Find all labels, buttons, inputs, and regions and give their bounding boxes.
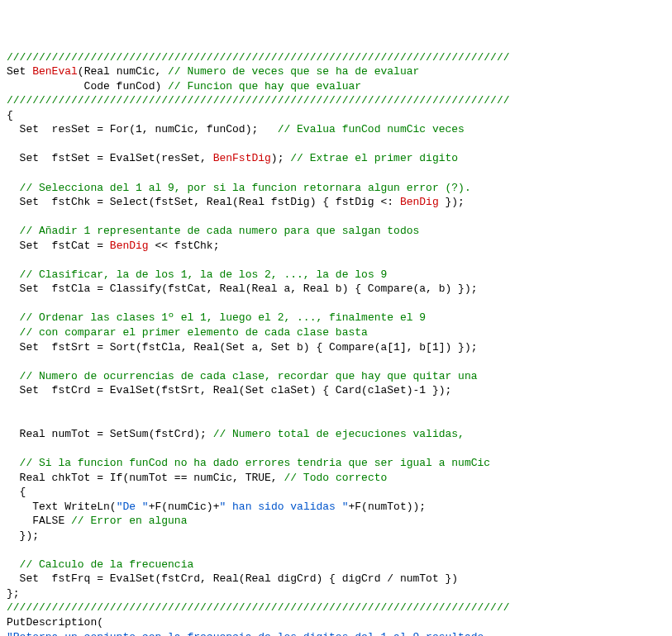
code-segment: "De " (117, 501, 149, 513)
code-segment: (Real numCic, (78, 65, 168, 78)
code-segment: Real chkTot = If(numTot == numCic, TRUE, (7, 472, 284, 484)
code-segment: { (7, 486, 26, 498)
code-segment: Set fstSet = EvalSet(resSet, (7, 152, 213, 164)
code-segment (7, 311, 20, 324)
code-line: { (7, 108, 665, 123)
code-segment: Real numTot = SetSum(fstCrd); (7, 428, 213, 440)
code-line (7, 441, 665, 456)
code-segment: Set resSet = For(1, numCic, funCod); (7, 123, 278, 135)
code-segment: Set fstFrq = EvalSet(fstCrd, Real(Real d… (7, 572, 458, 585)
code-segment: BenEval (32, 65, 78, 78)
code-segment: +F(numTot)); (349, 501, 427, 513)
code-segment: PutDescription( (7, 616, 103, 629)
code-line (7, 253, 665, 268)
code-line: Real numTot = SetSum(fstCrd); // Numero … (7, 427, 665, 442)
code-segment (7, 225, 20, 237)
code-segment: BenDig (400, 196, 439, 208)
code-segment: ); (271, 152, 290, 164)
code-line: "Retorna un conjunto con la frecuencia d… (7, 630, 665, 636)
code-line: // Selecciona del 1 al 9, por si la func… (7, 181, 665, 196)
code-line (7, 137, 665, 152)
code-segment: // Si la funcion funCod no ha dado error… (20, 457, 491, 469)
code-segment: ////////////////////////////////////////… (7, 51, 510, 64)
code-line: Set fstSrt = Sort(fstCla, Real(Set a, Se… (7, 340, 665, 355)
code-segment: BenDig (110, 240, 149, 252)
code-segment: // Numero de ocurrencias de cada clase, … (20, 370, 478, 382)
code-line: // Añadir 1 representante de cada numero… (7, 224, 665, 239)
code-segment (7, 370, 20, 382)
code-segment: // Clasificar, la de los 1, la de los 2,… (20, 268, 388, 281)
code-segment (7, 268, 20, 281)
code-segment: +F(numCic)+ (149, 501, 220, 513)
code-line: { (7, 485, 665, 500)
code-segment: "Retorna un conjunto con la frecuencia d… (7, 631, 484, 636)
code-line: }; (7, 586, 665, 601)
code-segment: FALSE (7, 515, 71, 527)
code-line: Set fstChk = Select(fstSet, Real(Real fs… (7, 195, 665, 210)
code-line: Set fstFrq = EvalSet(fstCrd, Real(Real d… (7, 572, 665, 586)
code-line: Set fstCla = Classify(fstCat, Real(Real … (7, 282, 665, 297)
code-segment: // Todo correcto (284, 472, 387, 484)
code-line (7, 210, 665, 225)
code-segment: // con comparar el primer elemento de ca… (20, 326, 368, 339)
code-segment: Set fstChk = Select(fstSet, Real(Real fs… (7, 196, 400, 208)
code-segment: " han sido validas " (219, 501, 348, 513)
code-segment (7, 182, 20, 194)
code-segment: // Numero total de ejecuciones validas, (213, 428, 465, 440)
code-line: Code funCod) // Funcion que hay que eval… (7, 79, 665, 94)
code-segment: Set fstSrt = Sort(fstCla, Real(Set a, Se… (7, 341, 478, 354)
code-line (7, 297, 665, 311)
code-line (7, 354, 665, 369)
code-line: // Numero de ocurrencias de cada clase, … (7, 369, 665, 384)
code-segment: // Funcion que hay que evaluar (168, 80, 361, 93)
code-line: ////////////////////////////////////////… (7, 50, 665, 65)
code-segment: // Calculo de la frecuencia (20, 558, 194, 571)
code-segment: // Evalua funCod numCic veces (278, 123, 465, 135)
code-segment: ////////////////////////////////////////… (7, 601, 510, 614)
code-segment: { (7, 109, 13, 121)
code-line: // Calculo de la frecuencia (7, 558, 665, 572)
code-segment: Set fstCrd = EvalSet(fstSrt, Real(Set cl… (7, 384, 451, 396)
code-segment: // Extrae el primer digito (290, 152, 458, 164)
code-segment (7, 326, 20, 339)
code-line: // Ordenar las clases 1º el 1, luego el … (7, 311, 665, 325)
code-line: Text WriteLn("De "+F(numCic)+" han sido … (7, 500, 665, 515)
code-line: ////////////////////////////////////////… (7, 600, 665, 615)
code-line: Set fstCat = BenDig << fstChk; (7, 239, 665, 254)
code-segment: Set fstCla = Classify(fstCat, Real(Real … (7, 282, 478, 295)
code-segment: // Selecciona del 1 al 9, por si la func… (20, 182, 471, 194)
code-segment: ////////////////////////////////////////… (7, 94, 510, 107)
code-segment: // Añadir 1 representante de cada numero… (20, 225, 420, 237)
code-segment: }); (439, 196, 465, 208)
code-line: Set resSet = For(1, numCic, funCod); // … (7, 122, 665, 137)
code-segment (7, 558, 20, 571)
code-line: Set fstCrd = EvalSet(fstSrt, Real(Set cl… (7, 383, 665, 398)
code-line (7, 166, 665, 181)
code-segment: Text WriteLn( (7, 501, 117, 513)
code-segment: // Error en alguna (71, 515, 187, 527)
code-line: Real chkTot = If(numTot == numCic, TRUE,… (7, 471, 665, 486)
code-line (7, 412, 665, 427)
code-segment: // Numero de veces que se ha de evaluar (168, 65, 419, 78)
code-line: PutDescription( (7, 615, 665, 630)
code-line: }); (7, 529, 665, 543)
code-line: // con comparar el primer elemento de ca… (7, 325, 665, 340)
code-line: FALSE // Error en alguna (7, 514, 665, 529)
code-line (7, 398, 665, 413)
code-segment: BenFstDig (213, 152, 271, 164)
code-segment (7, 457, 20, 469)
code-line (7, 543, 665, 558)
code-segment: Set (7, 65, 32, 78)
code-segment: Code funCod) (7, 80, 168, 93)
code-segment: Set fstCat = (7, 240, 110, 252)
code-line: Set fstSet = EvalSet(resSet, BenFstDig);… (7, 151, 665, 166)
code-line: ////////////////////////////////////////… (7, 93, 665, 108)
code-line: // Si la funcion funCod no ha dado error… (7, 456, 665, 471)
code-segment: }); (7, 529, 39, 542)
code-line: Set BenEval(Real numCic, // Numero de ve… (7, 64, 665, 79)
code-segment: }; (7, 587, 20, 600)
code-segment: // Ordenar las clases 1º el 1, luego el … (20, 311, 426, 324)
code-segment: << fstChk; (149, 240, 220, 252)
code-line: // Clasificar, la de los 1, la de los 2,… (7, 268, 665, 282)
code-block: ////////////////////////////////////////… (7, 50, 665, 636)
